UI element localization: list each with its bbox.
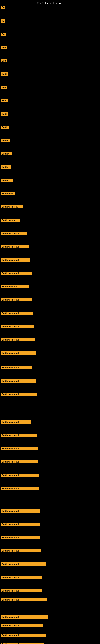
- bottleneck-label: Bottleneck result: [1, 616, 48, 619]
- bottleneck-label: Bottle: [1, 139, 10, 142]
- list-item: Bottl: [1, 126, 9, 129]
- list-item: Bottleneck result: [1, 312, 33, 315]
- list-item: Bott: [1, 59, 7, 62]
- list-item: Bottleneck result: [1, 634, 46, 637]
- bottleneck-label: Bott: [1, 59, 7, 62]
- list-item: Bottle: [1, 166, 11, 169]
- list-item: Bottl: [1, 112, 8, 116]
- list-item: Bottleneck result: [1, 616, 48, 619]
- list-item: Bottleneck result: [1, 366, 32, 369]
- bottleneck-label: Bottleneck result: [1, 338, 35, 341]
- list-item: Bottleneck result: [1, 245, 29, 248]
- bottleneck-label: Bottleneck result: [1, 624, 43, 627]
- list-item: Bottleneck result: [1, 642, 44, 644]
- bottleneck-label: Bott: [1, 46, 7, 49]
- bottleneck-label: Bottleneck result: [1, 272, 32, 275]
- list-item: Bottleneck: [1, 192, 15, 195]
- bottleneck-label: Bottleneck result: [1, 393, 37, 396]
- bottleneck-label: Bottleneck result: [1, 379, 36, 382]
- bottleneck-label: Bottleneck result: [1, 366, 32, 369]
- bottleneck-label: Bottleneck: [1, 192, 15, 195]
- list-item: Bottleneck re: [1, 218, 20, 222]
- bottleneck-label: Bottleneck result: [1, 562, 46, 566]
- list-item: Bott: [1, 86, 7, 89]
- list-item: Bottleneck result: [1, 232, 27, 235]
- list-item: Bott: [1, 46, 7, 49]
- list-item: Bottleneck result: [1, 393, 37, 396]
- list-item: Bottleneck result: [1, 258, 30, 262]
- list-item: Bottle: [1, 139, 10, 142]
- bottleneck-label: Bottleneck result: [1, 598, 47, 601]
- list-item: Bottleneck result: [1, 447, 38, 450]
- list-item: Bo: [1, 6, 5, 9]
- bottleneck-label: Bottleneck result: [1, 487, 39, 490]
- list-item: Bottleneck result: [1, 325, 34, 328]
- list-item: Bot: [1, 32, 6, 36]
- bottleneck-label: Bott: [1, 86, 7, 89]
- bottleneck-label: Bo: [1, 6, 5, 9]
- bottleneck-label: Bottl: [1, 112, 8, 116]
- list-item: Bottleneck result: [1, 509, 40, 512]
- bottleneck-label: Bottleneck result: [1, 434, 37, 437]
- bottleneck-label: Bo: [1, 19, 5, 22]
- bottleneck-label: Bottleneck result: [1, 312, 33, 315]
- list-item: Bottleneck resu: [1, 285, 29, 288]
- list-item: Bottleneck resu: [1, 205, 23, 208]
- list-item: Bottleneck result: [1, 523, 40, 526]
- bottleneck-label: Bottlen: [1, 152, 12, 155]
- list-item: Bott: [1, 99, 8, 102]
- list-item: Bottleneck result: [1, 420, 31, 424]
- bottleneck-label: Bottl: [1, 72, 8, 76]
- bottleneck-label: Bottleneck result: [1, 589, 42, 592]
- list-item: Bottleneck result: [1, 549, 41, 552]
- list-item: Bottleneck result: [1, 298, 32, 302]
- list-item: Bottleneck result: [1, 487, 39, 490]
- list-item: Bottleneck result: [1, 624, 43, 627]
- bottleneck-label: Bottleneck result: [1, 509, 40, 512]
- site-title: TheBottlenecker.com: [0, 0, 100, 6]
- bottleneck-label: Bottleneck result: [1, 460, 38, 464]
- list-item: Bottleneck result: [1, 474, 39, 477]
- bottleneck-label: Bottl: [1, 126, 9, 129]
- list-item: Bottleneck result: [1, 338, 35, 341]
- list-item: Bottleneck result: [1, 379, 36, 382]
- bottleneck-label: Bottleneck result: [1, 549, 41, 552]
- list-item: Bottleneck result: [1, 598, 47, 601]
- bottleneck-label: Bottlen: [1, 179, 13, 182]
- list-item: Bo: [1, 19, 5, 22]
- bottleneck-label: Bottleneck result: [1, 474, 39, 477]
- bottleneck-label: Bottleneck result: [1, 536, 40, 539]
- bottleneck-label: Bot: [1, 32, 6, 36]
- list-item: Bottleneck result: [1, 434, 37, 437]
- bottleneck-label: Bottleneck result: [1, 576, 42, 579]
- bottleneck-label: Bottleneck result: [1, 352, 36, 354]
- bottleneck-label: Bottleneck result: [1, 232, 27, 235]
- list-item: Bottleneck result: [1, 352, 36, 354]
- bottleneck-label: Bottleneck result: [1, 325, 34, 328]
- bottleneck-label: Bott: [1, 99, 8, 102]
- bottleneck-label: Bottleneck result: [1, 245, 29, 248]
- list-item: Bottleneck result: [1, 589, 42, 592]
- bottleneck-label: Bottleneck result: [1, 298, 32, 302]
- bottleneck-label: Bottleneck result: [1, 420, 31, 424]
- list-item: Bottleneck result: [1, 576, 42, 579]
- bottleneck-label: Bottleneck resu: [1, 285, 29, 288]
- list-item: Bottlen: [1, 152, 12, 155]
- bottleneck-label: Bottleneck result: [1, 634, 46, 637]
- list-item: Bottlen: [1, 179, 13, 182]
- bottleneck-label: Bottle: [1, 166, 11, 169]
- bottleneck-label: Bottleneck result: [1, 523, 40, 526]
- bottleneck-label: Bottleneck re: [1, 218, 20, 222]
- bottleneck-label: Bottleneck resu: [1, 205, 23, 208]
- bottleneck-label: Bottleneck result: [1, 258, 30, 262]
- bottleneck-label: Bottleneck result: [1, 447, 38, 450]
- list-item: Bottl: [1, 72, 8, 76]
- list-item: Bottleneck result: [1, 562, 46, 566]
- list-item: Bottleneck result: [1, 536, 40, 539]
- list-item: Bottleneck result: [1, 272, 32, 275]
- list-item: Bottleneck result: [1, 460, 38, 464]
- bottleneck-label: Bottleneck result: [1, 642, 44, 644]
